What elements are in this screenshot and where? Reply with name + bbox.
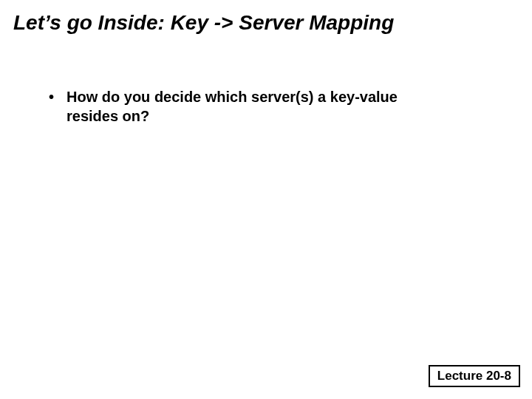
slide-number-box: Lecture 20-8 (429, 365, 520, 387)
bullet-text: How do you decide which server(s) a key-… (66, 87, 451, 126)
slide-number-label: Lecture 20-8 (437, 369, 511, 383)
slide-body: • How do you decide which server(s) a ke… (13, 87, 519, 126)
list-item: • How do you decide which server(s) a ke… (49, 87, 519, 126)
slide: Let’s go Inside: Key -> Server Mapping •… (0, 0, 532, 399)
bullet-icon: • (49, 87, 66, 106)
slide-title: Let’s go Inside: Key -> Server Mapping (13, 10, 519, 35)
